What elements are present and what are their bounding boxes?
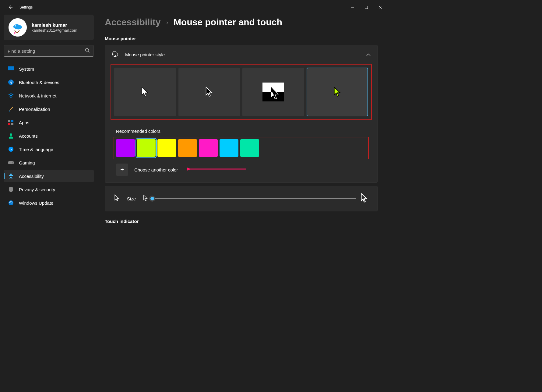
sidebar-item-privacy[interactable]: Privacy & security xyxy=(4,183,94,196)
sidebar-item-accounts[interactable]: Accounts xyxy=(4,130,94,142)
chevron-up-icon xyxy=(366,52,371,57)
breadcrumb-parent[interactable]: Accessibility xyxy=(105,17,160,27)
svg-point-12 xyxy=(10,97,12,98)
back-button[interactable] xyxy=(7,4,13,10)
system-icon xyxy=(8,66,14,72)
close-button[interactable] xyxy=(373,2,387,12)
cursor-max-icon xyxy=(360,193,368,204)
search-input[interactable] xyxy=(8,48,85,54)
svg-point-25 xyxy=(114,53,114,53)
svg-point-24 xyxy=(9,200,13,205)
search-icon xyxy=(85,48,90,54)
sidebar-item-time[interactable]: Time & language xyxy=(4,143,94,155)
svg-point-21 xyxy=(12,162,13,163)
svg-point-6 xyxy=(14,32,16,34)
svg-rect-9 xyxy=(8,66,14,70)
svg-rect-17 xyxy=(11,123,13,125)
pointer-style-options xyxy=(111,64,372,120)
svg-point-26 xyxy=(114,55,114,55)
size-card: Size xyxy=(105,186,378,211)
maximize-button[interactable] xyxy=(359,2,373,12)
pointer-style-custom[interactable] xyxy=(307,68,368,116)
color-swatch[interactable] xyxy=(240,139,259,157)
gamepad-icon xyxy=(8,160,14,166)
svg-rect-13 xyxy=(9,111,10,111)
titlebar: Settings xyxy=(0,0,390,15)
choose-another-color-label: Choose another color xyxy=(134,167,178,172)
pointer-style-white[interactable] xyxy=(114,68,176,116)
svg-point-27 xyxy=(115,55,116,56)
person-icon xyxy=(8,133,14,139)
color-swatch[interactable] xyxy=(220,139,238,157)
color-swatch[interactable] xyxy=(137,139,156,157)
breadcrumb: Accessibility › Mouse pointer and touch xyxy=(105,17,378,27)
sidebar-item-bluetooth[interactable]: Bluetooth & devices xyxy=(4,76,94,88)
shield-icon xyxy=(8,186,14,192)
bluetooth-icon xyxy=(8,79,14,85)
clock-icon xyxy=(8,146,14,152)
svg-rect-1 xyxy=(365,6,368,9)
slider-thumb[interactable] xyxy=(149,196,155,202)
svg-rect-16 xyxy=(8,123,10,125)
sidebar-item-system[interactable]: System xyxy=(4,63,94,75)
svg-rect-10 xyxy=(10,71,12,71)
brush-icon xyxy=(8,106,14,112)
pointer-style-header[interactable]: Mouse pointer style xyxy=(105,45,377,64)
color-swatch[interactable] xyxy=(199,139,218,157)
window-title: Settings xyxy=(19,5,33,9)
pointer-style-black[interactable] xyxy=(178,68,240,116)
apps-icon xyxy=(8,119,14,125)
svg-point-23 xyxy=(10,174,12,175)
size-label: Size xyxy=(127,196,136,201)
color-swatch[interactable] xyxy=(157,139,176,157)
sidebar-item-apps[interactable]: Apps xyxy=(4,116,94,129)
size-slider[interactable] xyxy=(152,198,356,199)
user-name: kamlesh kumar xyxy=(32,23,77,28)
section-touch-indicator: Touch indicator xyxy=(105,219,378,224)
accessibility-icon xyxy=(8,173,14,179)
svg-point-18 xyxy=(10,133,12,136)
minimize-button[interactable] xyxy=(345,2,359,12)
sidebar-item-gaming[interactable]: Gaming xyxy=(4,157,94,169)
search-box[interactable] xyxy=(4,45,94,57)
annotation-arrow xyxy=(187,166,248,173)
svg-point-22 xyxy=(12,163,13,164)
recommended-colors-label: Recommended colors xyxy=(111,129,372,134)
sidebar-item-network[interactable]: Network & internet xyxy=(4,90,94,102)
svg-point-5 xyxy=(15,25,16,26)
color-swatch[interactable] xyxy=(116,139,135,157)
main-content: Accessibility › Mouse pointer and touch … xyxy=(97,15,390,282)
svg-rect-14 xyxy=(8,120,10,122)
wifi-icon xyxy=(8,93,14,99)
color-swatches xyxy=(114,137,369,159)
chevron-right-icon: › xyxy=(166,19,168,26)
page-title: Mouse pointer and touch xyxy=(174,17,282,27)
color-swatch[interactable] xyxy=(178,139,197,157)
sidebar-item-personalization[interactable]: Personalization xyxy=(4,103,94,115)
pointer-style-inverted[interactable] xyxy=(242,68,304,116)
sidebar-item-accessibility[interactable]: Accessibility xyxy=(4,170,94,182)
plus-icon: + xyxy=(120,166,124,173)
user-email: kamlesh2011@gmail.com xyxy=(32,28,77,33)
svg-point-7 xyxy=(86,48,89,51)
avatar xyxy=(9,18,27,37)
cursor-min-icon xyxy=(143,195,148,203)
sidebar-item-update[interactable]: Windows Update xyxy=(4,197,94,209)
svg-line-8 xyxy=(88,51,90,53)
section-mouse-pointer: Mouse pointer xyxy=(105,36,378,41)
pointer-style-card: Mouse pointer style xyxy=(105,45,378,183)
choose-another-color-button[interactable]: + xyxy=(116,164,128,176)
svg-rect-15 xyxy=(11,120,13,122)
sidebar: kamlesh kumar kamlesh2011@gmail.com Syst… xyxy=(0,15,97,282)
user-card[interactable]: kamlesh kumar kamlesh2011@gmail.com xyxy=(4,15,94,40)
pointer-style-label: Mouse pointer style xyxy=(125,52,165,57)
palette-icon xyxy=(112,51,118,58)
cursor-small-icon xyxy=(114,194,120,203)
update-icon xyxy=(8,200,14,206)
